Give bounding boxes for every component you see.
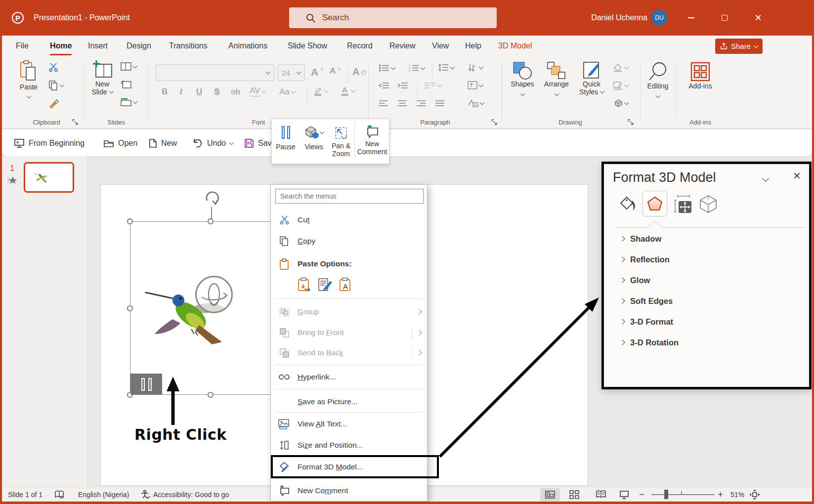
tab-animations[interactable]: Animations: [227, 36, 268, 56]
highlight-color-button[interactable]: [313, 86, 328, 96]
rotate-handle[interactable]: [203, 189, 221, 208]
underline-button[interactable]: U: [196, 87, 202, 97]
zoom-slider-track[interactable]: [651, 494, 715, 495]
cut-button[interactable]: [48, 62, 58, 72]
selection-handle-bottom-center[interactable]: [208, 392, 214, 398]
pane-section-glow[interactable]: Glow: [604, 272, 809, 288]
language-button[interactable]: English (Nigeria): [78, 487, 129, 502]
pane-section-shadow[interactable]: Shadow: [604, 231, 809, 247]
pause-button[interactable]: Pause: [272, 119, 300, 165]
decrease-font-button[interactable]: A˅: [330, 66, 341, 76]
shape-outline-button[interactable]: [613, 81, 628, 90]
font-color-button[interactable]: A: [341, 86, 355, 96]
addins-button[interactable]: Add-ins: [685, 61, 715, 90]
justify-button[interactable]: [435, 100, 445, 107]
section-button[interactable]: [121, 98, 137, 106]
paste-button[interactable]: Paste: [16, 60, 42, 98]
align-center-button[interactable]: [397, 100, 407, 107]
clipboard-dialog-launcher[interactable]: [72, 119, 79, 126]
character-spacing-button[interactable]: AV: [250, 86, 265, 96]
shape-fill-button[interactable]: [613, 63, 628, 72]
decrease-indent-button[interactable]: [379, 82, 389, 88]
new-button[interactable]: New: [149, 129, 177, 157]
font-size-combobox[interactable]: 24: [277, 64, 305, 81]
pane-close-button[interactable]: ✕: [793, 170, 801, 182]
paste-option-destination-theme[interactable]: a: [298, 277, 311, 292]
3d-rotate-control[interactable]: [195, 276, 233, 313]
align-right-button[interactable]: [416, 100, 426, 107]
pane-tab-effects[interactable]: [643, 191, 667, 216]
font-name-combobox[interactable]: [156, 64, 274, 81]
menu-item-size-and-position[interactable]: Size and Position...: [271, 435, 427, 456]
change-case-button[interactable]: Aa: [279, 87, 295, 97]
tab-design[interactable]: Design: [126, 36, 152, 56]
tab-home[interactable]: Home: [49, 36, 73, 56]
pane-section-3d-rotation[interactable]: 3-D Rotation: [604, 335, 809, 350]
pane-tab-fill-line[interactable]: [617, 193, 640, 215]
menu-item-save-as-picture[interactable]: Save as Picture...: [271, 391, 427, 412]
selection-handle-middle-left[interactable]: [127, 305, 133, 311]
reading-view-button[interactable]: [596, 487, 606, 502]
menu-item-view-alt-text[interactable]: View Alt Text...: [271, 414, 427, 434]
share-button[interactable]: Share: [715, 39, 763, 54]
format-painter-button[interactable]: [48, 99, 59, 109]
clear-formatting-button[interactable]: A: [352, 66, 366, 78]
zoom-in-button[interactable]: +: [718, 487, 723, 502]
slide-thumbnail[interactable]: [24, 162, 74, 193]
animation-pause-overlay[interactable]: [130, 374, 162, 395]
menu-item-copy[interactable]: Copy: [271, 231, 427, 252]
tab-record[interactable]: Record: [346, 36, 374, 56]
convert-smartart-button[interactable]: [468, 99, 484, 107]
slide-indicator[interactable]: Slide 1 of 1: [8, 487, 43, 502]
pane-tab-size-properties[interactable]: [672, 194, 694, 214]
fit-to-window-button[interactable]: [749, 487, 760, 502]
tab-transitions[interactable]: Transitions: [168, 36, 209, 56]
text-direction-button[interactable]: A: [468, 63, 483, 72]
paragraph-dialog-launcher[interactable]: [491, 119, 498, 126]
quick-styles-button[interactable]: Quick Styles: [575, 61, 608, 96]
align-text-button[interactable]: [468, 81, 483, 89]
user-name[interactable]: Daniel Uchenna: [578, 13, 647, 22]
close-button[interactable]: ✕: [747, 8, 770, 28]
tab-help[interactable]: Help: [464, 36, 482, 56]
pane-section-reflection[interactable]: Reflection: [604, 252, 809, 267]
normal-view-button[interactable]: [540, 488, 560, 501]
shapes-button[interactable]: Shapes: [507, 61, 538, 95]
menu-item-cut[interactable]: Cut: [271, 210, 427, 230]
paste-option-keep-text-only[interactable]: A: [339, 277, 353, 292]
tab-review[interactable]: Review: [388, 36, 416, 56]
minimize-button[interactable]: [680, 8, 702, 28]
new-slide-button[interactable]: New Slide: [88, 60, 117, 96]
pane-section-3d-format[interactable]: 3-D Format: [604, 314, 809, 330]
undo-button[interactable]: Undo: [192, 129, 233, 157]
tab-3d-model[interactable]: 3D Model: [497, 36, 533, 56]
columns-button[interactable]: [424, 82, 441, 88]
tab-insert[interactable]: Insert: [87, 36, 109, 56]
pane-section-soft-edges[interactable]: Soft Edges: [604, 293, 809, 309]
menu-item-hyperlink[interactable]: Hyperlink...: [271, 367, 427, 387]
reset-slide-button[interactable]: [121, 80, 131, 88]
italic-button[interactable]: I: [179, 87, 183, 97]
bold-button[interactable]: B: [162, 87, 168, 97]
zoom-level[interactable]: 51%: [730, 487, 744, 502]
editing-button[interactable]: Editing: [643, 61, 673, 97]
increase-indent-button[interactable]: [397, 82, 408, 88]
numbering-button[interactable]: 123: [408, 64, 425, 72]
search-bar[interactable]: Search: [289, 7, 497, 28]
from-beginning-button[interactable]: From Beginning: [14, 129, 85, 157]
strikethrough-button[interactable]: ab: [231, 87, 240, 97]
increase-font-button[interactable]: A˄: [311, 66, 324, 78]
pan-zoom-button[interactable]: Pan &Zoom: [328, 119, 354, 165]
spell-check-button[interactable]: [54, 487, 64, 502]
tab-file[interactable]: File: [15, 36, 30, 56]
zoom-out-button[interactable]: −: [639, 487, 644, 502]
drawing-dialog-launcher[interactable]: [628, 119, 634, 126]
slide-show-button[interactable]: [619, 487, 629, 502]
pane-tab-3d-model[interactable]: [697, 193, 720, 215]
views-button[interactable]: Views: [300, 119, 328, 165]
shape-effects-button[interactable]: [613, 99, 628, 108]
selection-handle-top-left[interactable]: [127, 218, 133, 224]
open-button[interactable]: Open: [103, 129, 137, 157]
avatar[interactable]: DU: [651, 10, 667, 26]
zoom-slider-handle[interactable]: [664, 490, 668, 499]
